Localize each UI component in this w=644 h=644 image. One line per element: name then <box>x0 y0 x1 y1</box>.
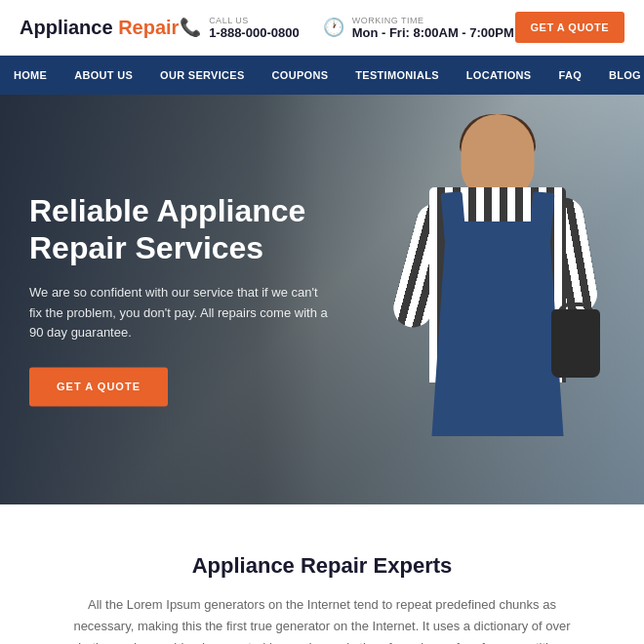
nav-item-coupons[interactable]: COUPONS <box>259 56 342 95</box>
logo-text-black: Appliance <box>20 17 113 38</box>
person-head <box>462 114 535 197</box>
main-nav: HOME ABOUT US OUR SERVICES COUPONS TESTI… <box>0 56 644 95</box>
person-overalls <box>424 221 571 436</box>
hero-subtitle: We are so confident with our service tha… <box>29 283 332 343</box>
header: Appliance Repair 📞 CALL US 1-888-000-080… <box>0 0 644 56</box>
experts-title: Appliance Repair Experts <box>39 553 605 579</box>
header-call: 📞 CALL US 1-888-000-0800 <box>180 16 300 40</box>
experts-text: All the Lorem Ipsum generators on the In… <box>68 594 576 644</box>
nav-item-services[interactable]: OUR SERVICES <box>146 56 259 95</box>
call-number: 1-888-000-0800 <box>209 25 300 40</box>
experts-section: Appliance Repair Experts All the Lorem I… <box>0 504 644 644</box>
clock-icon: 🕐 <box>323 17 344 38</box>
hero-section: Reliable Appliance Repair Services We ar… <box>0 95 644 504</box>
nav-item-faq[interactable]: FAQ <box>544 56 595 95</box>
hero-content: Reliable Appliance Repair Services We ar… <box>29 192 332 406</box>
hero-title: Reliable Appliance Repair Services <box>29 192 332 267</box>
logo-text-orange: Repair <box>113 17 180 38</box>
technician-figure <box>381 114 615 504</box>
nav-item-testimonials[interactable]: TESTIMONIALS <box>342 56 453 95</box>
get-quote-header-button[interactable]: GET A QUOTE <box>515 12 624 43</box>
header-hours-text: WORKING TIME Mon - Fri: 8:00AM - 7:00PM <box>352 16 514 40</box>
working-label: WORKING TIME <box>352 16 514 25</box>
nav-item-locations[interactable]: LOCATIONS <box>453 56 545 95</box>
header-hours: 🕐 WORKING TIME Mon - Fri: 8:00AM - 7:00P… <box>323 16 514 40</box>
header-call-text: CALL US 1-888-000-0800 <box>209 16 300 40</box>
logo: Appliance Repair <box>20 17 179 39</box>
phone-icon: 📞 <box>180 17 201 38</box>
working-hours: Mon - Fri: 8:00AM - 7:00PM <box>352 25 514 40</box>
header-contact-info: 📞 CALL US 1-888-000-0800 🕐 WORKING TIME … <box>180 16 514 40</box>
nav-item-about[interactable]: ABOUT US <box>60 56 146 95</box>
nav-item-home[interactable]: HOME <box>0 56 60 95</box>
call-label: CALL US <box>209 16 300 25</box>
tool-bag <box>551 309 600 378</box>
hero-cta-button[interactable]: GET A QUOTE <box>29 368 168 407</box>
nav-item-blog[interactable]: BLOG <box>595 56 644 95</box>
